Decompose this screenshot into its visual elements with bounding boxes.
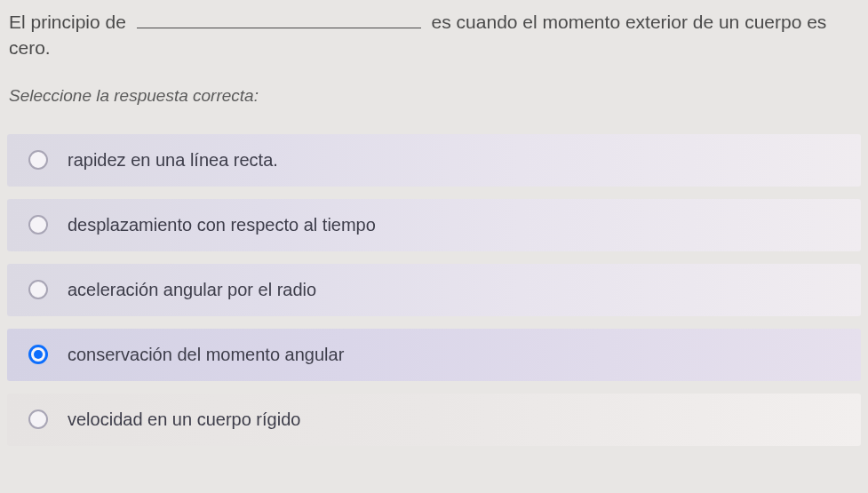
option-label: rapidez en una línea recta. [68, 150, 278, 171]
question-before-blank: El principio de [9, 12, 126, 32]
option-label: conservación del momento angular [68, 345, 344, 365]
radio-icon-checked [28, 345, 48, 364]
question-after-blank: es cuando el momento exterior de un cuer… [9, 12, 826, 58]
option-3[interactable]: aceleración angular por el radio [7, 264, 861, 316]
option-2[interactable]: desplazamiento con respecto al tiempo [7, 199, 861, 251]
option-4[interactable]: conservación del momento angular [7, 329, 861, 381]
option-label: aceleración angular por el radio [68, 280, 316, 300]
option-1[interactable]: rapidez en una línea recta. [7, 134, 861, 187]
option-5[interactable]: velocidad en un cuerpo rígido [7, 394, 861, 446]
options-list: rapidez en una línea recta. desplazamien… [7, 134, 861, 446]
blank-line [137, 28, 421, 28]
radio-icon [28, 150, 48, 170]
instruction-text: Seleccione la respuesta correcta: [7, 86, 861, 106]
radio-icon [28, 215, 48, 235]
radio-icon [28, 280, 48, 299]
option-label: desplazamiento con respecto al tiempo [68, 215, 376, 235]
question-stem: El principio de es cuando el momento ext… [7, 9, 861, 61]
option-label: velocidad en un cuerpo rígido [68, 410, 300, 430]
radio-icon [28, 410, 48, 429]
